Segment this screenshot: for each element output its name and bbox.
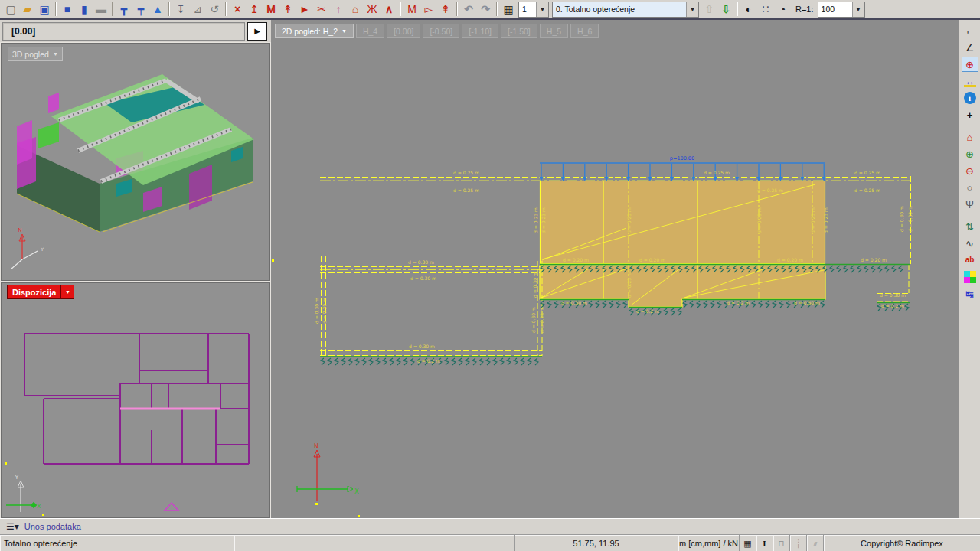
upload-icon[interactable]: ⇧ bbox=[701, 2, 717, 17]
flag2-icon[interactable]: ▻ bbox=[420, 2, 437, 17]
chevron-icon[interactable]: ∧ bbox=[381, 2, 397, 17]
scale-value: 100 bbox=[818, 5, 852, 14]
dimension-icon[interactable]: ↔ bbox=[962, 73, 978, 89]
dim-label: d = 0.30 m bbox=[409, 344, 435, 349]
viewport-plan[interactable]: Dispozicija ▼ bbox=[1, 282, 270, 518]
chevron-down-icon[interactable]: ▼ bbox=[341, 28, 347, 34]
tab-active-2d-view[interactable]: 2D pogled: H_2▼ bbox=[275, 24, 354, 38]
arrow-up-icon[interactable]: ↑ bbox=[330, 2, 347, 17]
beam-line-icon[interactable]: ▬ bbox=[93, 2, 109, 17]
angle-icon[interactable]: ∠ bbox=[962, 40, 978, 55]
count-combo[interactable]: 1▼ bbox=[518, 2, 549, 18]
tab--050[interactable]: [-0.50] bbox=[423, 24, 459, 38]
chevron-down-icon: ▼ bbox=[61, 285, 74, 299]
tab-h_6[interactable]: H_6 bbox=[570, 24, 599, 38]
info-icon[interactable]: i bbox=[964, 92, 976, 104]
dim-label: d = 0.25 m bbox=[453, 170, 479, 175]
slab-tool-icon[interactable]: ┳ bbox=[116, 2, 132, 17]
dim-label: d = 0.23 m bbox=[541, 207, 546, 233]
dim-label: d = 0.20 m bbox=[563, 257, 589, 262]
fan-arrows-icon[interactable]: ⇞ bbox=[437, 2, 454, 17]
layer-combo[interactable]: 0. Totalno opterećenje▼ bbox=[552, 2, 699, 18]
roof-icon[interactable]: ⌂ bbox=[347, 2, 364, 17]
contrast-icon[interactable]: ◐ bbox=[740, 2, 757, 17]
hatch-toggle[interactable]: /// bbox=[807, 535, 824, 551]
new-document-icon[interactable]: ▢ bbox=[2, 2, 19, 17]
dim-label: N bbox=[18, 227, 21, 233]
move-icon[interactable]: + bbox=[962, 107, 978, 122]
panel-tall-icon[interactable]: ▮ bbox=[76, 2, 93, 17]
chevron-down-icon[interactable]: ▼ bbox=[536, 2, 548, 17]
polyline-icon[interactable]: ∿ bbox=[962, 236, 978, 251]
crop-boundary-icon[interactable]: ⌐ bbox=[962, 23, 978, 38]
drawing-canvas[interactable]: p=100.00d = 0.25 md = 0.25 md = 0.25 md … bbox=[271, 20, 959, 518]
menu-icon[interactable]: ☰▾ bbox=[6, 521, 19, 532]
zoom-extents-icon[interactable]: ⌂ bbox=[962, 129, 978, 145]
grid-toggle-icon[interactable]: ▦ bbox=[740, 535, 756, 551]
mode-bar: ☰▾ Unos podataka bbox=[0, 518, 980, 534]
cut-icon[interactable]: ✂ bbox=[313, 2, 330, 17]
import-icon[interactable]: ↧ bbox=[172, 2, 189, 17]
scale-combo[interactable]: 100▼ bbox=[818, 2, 865, 18]
zoom-window-icon[interactable]: ○ bbox=[962, 180, 978, 195]
flag-icon[interactable]: ► bbox=[296, 2, 313, 17]
column-tool-icon[interactable]: ┯ bbox=[132, 2, 149, 17]
dim-label: d = 0.23 m bbox=[810, 207, 815, 233]
panel-wide-icon[interactable]: ■ bbox=[59, 2, 76, 17]
chevron-down-icon[interactable]: ▼ bbox=[852, 2, 864, 17]
copyright-label: Copyright© Radimpex bbox=[824, 535, 980, 551]
axis-indicator-3d bbox=[11, 234, 38, 269]
download-icon[interactable]: ⇩ bbox=[717, 2, 734, 17]
rotate-icon[interactable]: ↺ bbox=[206, 2, 223, 17]
dots-toggle[interactable]: ┊ bbox=[790, 535, 807, 551]
viewport-3d[interactable]: 3D pogled ▼ bbox=[1, 43, 270, 281]
chevron-down-icon[interactable]: ▼ bbox=[686, 2, 698, 17]
cone-tool-icon[interactable]: ▲ bbox=[149, 2, 166, 17]
dim-label: d = 0.30 m bbox=[794, 300, 820, 305]
dispozicija-dropdown[interactable]: Dispozicija ▼ bbox=[7, 285, 74, 299]
status-spacer bbox=[234, 535, 514, 551]
structure-drawing[interactable]: p=100.00d = 0.25 md = 0.25 md = 0.25 md … bbox=[271, 20, 959, 518]
distributed-load bbox=[539, 163, 825, 181]
dim-label: p=100.00 bbox=[670, 155, 694, 161]
tab-h_5[interactable]: H_5 bbox=[540, 24, 568, 38]
open-folder-icon[interactable]: ▰ bbox=[19, 2, 36, 17]
demolish-icon[interactable]: × bbox=[229, 2, 246, 17]
marquee-icon[interactable]: ∷ bbox=[757, 2, 774, 17]
lift-dot-icon[interactable]: ↟ bbox=[279, 2, 296, 17]
tab--110[interactable]: [-1.10] bbox=[462, 24, 498, 38]
table-icon[interactable]: ▦ bbox=[500, 2, 517, 17]
zoom-in-icon[interactable]: ⊕ bbox=[962, 146, 978, 161]
dim-label: d = 0.2 m bbox=[727, 300, 750, 305]
render-icon[interactable]: ◔ bbox=[774, 2, 791, 17]
moment2-icon[interactable]: M bbox=[403, 2, 420, 17]
center-point-icon[interactable]: ⊕ bbox=[962, 57, 978, 72]
level-next-button[interactable]: ▶ bbox=[247, 22, 267, 41]
tab-000[interactable]: [0.00] bbox=[387, 24, 420, 38]
save-icon[interactable]: ▣ bbox=[36, 2, 53, 17]
pan-hand-icon[interactable]: Ψ bbox=[962, 197, 978, 212]
points-icon[interactable]: ⇅ bbox=[962, 219, 978, 234]
view3d-dropdown[interactable]: 3D pogled ▼ bbox=[8, 47, 63, 61]
toolbar-separator bbox=[55, 2, 57, 16]
truss-icon[interactable]: Ж bbox=[364, 2, 381, 17]
tab--150[interactable]: [-1.50] bbox=[501, 24, 537, 38]
zoom-out-icon[interactable]: ⊖ bbox=[962, 163, 978, 178]
undo-icon[interactable]: ↶ bbox=[460, 2, 477, 17]
half-section-icon[interactable]: ⊿ bbox=[189, 2, 206, 17]
dimension10-icon[interactable]: ↹ bbox=[962, 286, 978, 302]
units-indicator[interactable]: m [cm,mm] / kN bbox=[678, 535, 740, 551]
text-abc-icon[interactable]: ab bbox=[962, 253, 978, 268]
slab-upper bbox=[540, 181, 825, 264]
axes-toggle[interactable]: I bbox=[756, 535, 773, 551]
tab-h_4[interactable]: H_4 bbox=[356, 24, 384, 38]
dim-label: d = 0.30 m bbox=[907, 206, 913, 232]
frame-toggle[interactable]: ⊓ bbox=[773, 535, 790, 551]
view-tabs: 2D pogled: H_2▼H_4[0.00][-0.50][-1.10][-… bbox=[275, 24, 599, 38]
dim-label: d = 0.25 m bbox=[704, 170, 730, 175]
palette-icon[interactable] bbox=[964, 271, 976, 283]
moment-icon[interactable]: M bbox=[263, 2, 279, 17]
redo-icon[interactable]: ↷ bbox=[477, 2, 494, 17]
level-field[interactable]: [0.00] bbox=[2, 22, 245, 41]
lift-small-icon[interactable]: ↥ bbox=[246, 2, 263, 17]
